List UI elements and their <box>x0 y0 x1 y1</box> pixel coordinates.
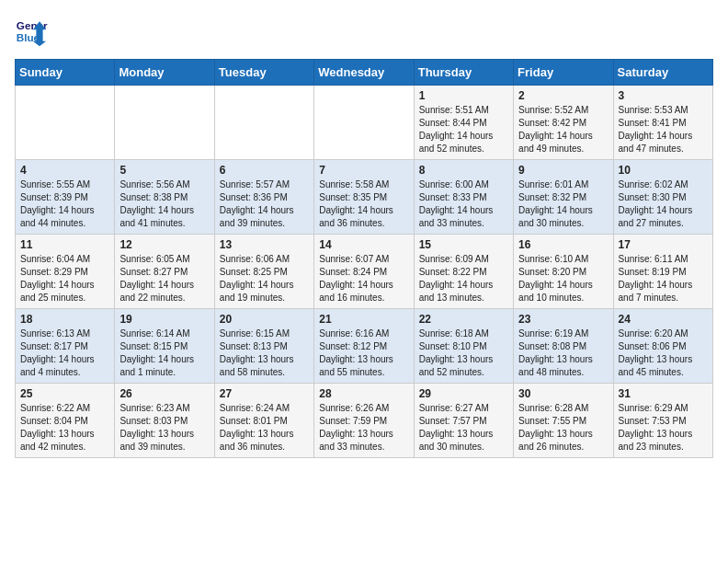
calendar-cell: 27Sunrise: 6:24 AM Sunset: 8:01 PM Dayli… <box>214 384 313 458</box>
calendar-cell: 2Sunrise: 5:52 AM Sunset: 8:42 PM Daylig… <box>514 86 613 160</box>
day-number: 21 <box>319 313 408 326</box>
day-info: Sunrise: 5:56 AM Sunset: 8:38 PM Dayligh… <box>119 178 209 230</box>
day-number: 5 <box>119 164 209 177</box>
day-info: Sunrise: 6:16 AM Sunset: 8:12 PM Dayligh… <box>319 327 408 379</box>
day-number: 16 <box>518 238 608 251</box>
calendar-cell: 10Sunrise: 6:02 AM Sunset: 8:30 PM Dayli… <box>613 160 712 235</box>
calendar-week-row: 18Sunrise: 6:13 AM Sunset: 8:17 PM Dayli… <box>16 309 713 384</box>
day-info: Sunrise: 6:13 AM Sunset: 8:17 PM Dayligh… <box>20 327 109 379</box>
calendar-cell: 31Sunrise: 6:29 AM Sunset: 7:53 PM Dayli… <box>613 384 712 458</box>
day-number: 28 <box>319 387 408 400</box>
calendar-cell: 23Sunrise: 6:19 AM Sunset: 8:08 PM Dayli… <box>514 309 613 384</box>
day-number: 11 <box>20 238 109 251</box>
day-info: Sunrise: 6:06 AM Sunset: 8:25 PM Dayligh… <box>220 253 309 304</box>
day-info: Sunrise: 6:24 AM Sunset: 8:01 PM Dayligh… <box>220 402 309 454</box>
day-number: 19 <box>119 313 209 326</box>
day-number: 24 <box>619 313 708 326</box>
day-number: 1 <box>419 89 508 102</box>
day-number: 10 <box>619 164 708 177</box>
day-number: 22 <box>419 313 508 326</box>
calendar-cell: 9Sunrise: 6:01 AM Sunset: 8:32 PM Daylig… <box>514 160 613 235</box>
day-number: 31 <box>619 387 708 400</box>
day-info: Sunrise: 6:22 AM Sunset: 8:04 PM Dayligh… <box>20 402 109 454</box>
day-info: Sunrise: 6:04 AM Sunset: 8:29 PM Dayligh… <box>20 253 109 304</box>
day-number: 12 <box>119 238 209 251</box>
day-info: Sunrise: 6:15 AM Sunset: 8:13 PM Dayligh… <box>220 327 309 379</box>
day-number: 20 <box>220 313 309 326</box>
logo: General Blue <box>15 15 48 48</box>
calendar-table: SundayMondayTuesdayWednesdayThursdayFrid… <box>15 59 713 458</box>
calendar-cell: 22Sunrise: 6:18 AM Sunset: 8:10 PM Dayli… <box>414 309 513 384</box>
calendar-cell: 16Sunrise: 6:10 AM Sunset: 8:20 PM Dayli… <box>514 235 613 309</box>
calendar-cell: 26Sunrise: 6:23 AM Sunset: 8:03 PM Dayli… <box>115 384 214 458</box>
day-info: Sunrise: 5:58 AM Sunset: 8:35 PM Dayligh… <box>319 178 408 230</box>
weekday-header-row: SundayMondayTuesdayWednesdayThursdayFrid… <box>16 60 713 86</box>
calendar-cell: 6Sunrise: 5:57 AM Sunset: 8:36 PM Daylig… <box>214 160 313 235</box>
day-info: Sunrise: 5:52 AM Sunset: 8:42 PM Dayligh… <box>518 104 608 155</box>
calendar-cell: 1Sunrise: 5:51 AM Sunset: 8:44 PM Daylig… <box>414 86 513 160</box>
calendar-cell: 11Sunrise: 6:04 AM Sunset: 8:29 PM Dayli… <box>16 235 115 309</box>
calendar-cell: 28Sunrise: 6:26 AM Sunset: 7:59 PM Dayli… <box>314 384 414 458</box>
day-info: Sunrise: 6:01 AM Sunset: 8:32 PM Dayligh… <box>518 178 608 230</box>
day-info: Sunrise: 6:20 AM Sunset: 8:06 PM Dayligh… <box>619 327 708 379</box>
day-info: Sunrise: 6:26 AM Sunset: 7:59 PM Dayligh… <box>319 402 408 454</box>
day-number: 6 <box>220 164 309 177</box>
day-info: Sunrise: 6:00 AM Sunset: 8:33 PM Dayligh… <box>419 178 508 230</box>
calendar-cell <box>214 86 313 160</box>
day-info: Sunrise: 6:28 AM Sunset: 7:55 PM Dayligh… <box>518 402 608 454</box>
weekday-header: Wednesday <box>314 60 414 86</box>
day-info: Sunrise: 6:11 AM Sunset: 8:19 PM Dayligh… <box>619 253 708 304</box>
weekday-header: Thursday <box>414 60 513 86</box>
day-info: Sunrise: 6:10 AM Sunset: 8:20 PM Dayligh… <box>518 253 608 304</box>
calendar-cell: 30Sunrise: 6:28 AM Sunset: 7:55 PM Dayli… <box>514 384 613 458</box>
day-info: Sunrise: 6:27 AM Sunset: 7:57 PM Dayligh… <box>419 402 508 454</box>
weekday-header: Sunday <box>16 60 115 86</box>
calendar-cell: 25Sunrise: 6:22 AM Sunset: 8:04 PM Dayli… <box>16 384 115 458</box>
day-number: 29 <box>419 387 508 400</box>
calendar-cell: 19Sunrise: 6:14 AM Sunset: 8:15 PM Dayli… <box>115 309 214 384</box>
day-info: Sunrise: 6:09 AM Sunset: 8:22 PM Dayligh… <box>419 253 508 304</box>
calendar-cell: 8Sunrise: 6:00 AM Sunset: 8:33 PM Daylig… <box>414 160 513 235</box>
day-number: 3 <box>619 89 708 102</box>
day-number: 26 <box>119 387 209 400</box>
day-info: Sunrise: 6:02 AM Sunset: 8:30 PM Dayligh… <box>619 178 708 230</box>
day-number: 9 <box>518 164 608 177</box>
calendar-cell: 5Sunrise: 5:56 AM Sunset: 8:38 PM Daylig… <box>115 160 214 235</box>
day-number: 17 <box>619 238 708 251</box>
day-info: Sunrise: 6:18 AM Sunset: 8:10 PM Dayligh… <box>419 327 508 379</box>
calendar-week-row: 11Sunrise: 6:04 AM Sunset: 8:29 PM Dayli… <box>16 235 713 309</box>
day-info: Sunrise: 5:51 AM Sunset: 8:44 PM Dayligh… <box>419 104 508 155</box>
calendar-cell: 20Sunrise: 6:15 AM Sunset: 8:13 PM Dayli… <box>214 309 313 384</box>
calendar-cell: 12Sunrise: 6:05 AM Sunset: 8:27 PM Dayli… <box>115 235 214 309</box>
day-number: 7 <box>319 164 408 177</box>
calendar-cell: 4Sunrise: 5:55 AM Sunset: 8:39 PM Daylig… <box>16 160 115 235</box>
day-number: 13 <box>220 238 309 251</box>
calendar-week-row: 4Sunrise: 5:55 AM Sunset: 8:39 PM Daylig… <box>16 160 713 235</box>
day-info: Sunrise: 6:19 AM Sunset: 8:08 PM Dayligh… <box>518 327 608 379</box>
calendar-cell: 13Sunrise: 6:06 AM Sunset: 8:25 PM Dayli… <box>214 235 313 309</box>
day-info: Sunrise: 5:53 AM Sunset: 8:41 PM Dayligh… <box>619 104 708 155</box>
calendar-cell <box>115 86 214 160</box>
day-number: 4 <box>20 164 109 177</box>
day-info: Sunrise: 6:05 AM Sunset: 8:27 PM Dayligh… <box>119 253 209 304</box>
calendar-cell: 15Sunrise: 6:09 AM Sunset: 8:22 PM Dayli… <box>414 235 513 309</box>
calendar-cell <box>314 86 414 160</box>
calendar-week-row: 1Sunrise: 5:51 AM Sunset: 8:44 PM Daylig… <box>16 86 713 160</box>
day-number: 8 <box>419 164 508 177</box>
svg-text:General: General <box>17 19 48 31</box>
day-info: Sunrise: 6:14 AM Sunset: 8:15 PM Dayligh… <box>119 327 209 379</box>
day-number: 25 <box>20 387 109 400</box>
calendar-cell: 7Sunrise: 5:58 AM Sunset: 8:35 PM Daylig… <box>314 160 414 235</box>
calendar-cell: 21Sunrise: 6:16 AM Sunset: 8:12 PM Dayli… <box>314 309 414 384</box>
day-info: Sunrise: 5:55 AM Sunset: 8:39 PM Dayligh… <box>20 178 109 230</box>
day-number: 23 <box>518 313 608 326</box>
calendar-cell: 17Sunrise: 6:11 AM Sunset: 8:19 PM Dayli… <box>613 235 712 309</box>
calendar-cell: 14Sunrise: 6:07 AM Sunset: 8:24 PM Dayli… <box>314 235 414 309</box>
calendar-cell <box>16 86 115 160</box>
calendar-cell: 29Sunrise: 6:27 AM Sunset: 7:57 PM Dayli… <box>414 384 513 458</box>
day-info: Sunrise: 6:07 AM Sunset: 8:24 PM Dayligh… <box>319 253 408 304</box>
day-number: 15 <box>419 238 508 251</box>
day-info: Sunrise: 6:23 AM Sunset: 8:03 PM Dayligh… <box>119 402 209 454</box>
day-number: 27 <box>220 387 309 400</box>
weekday-header: Friday <box>514 60 613 86</box>
